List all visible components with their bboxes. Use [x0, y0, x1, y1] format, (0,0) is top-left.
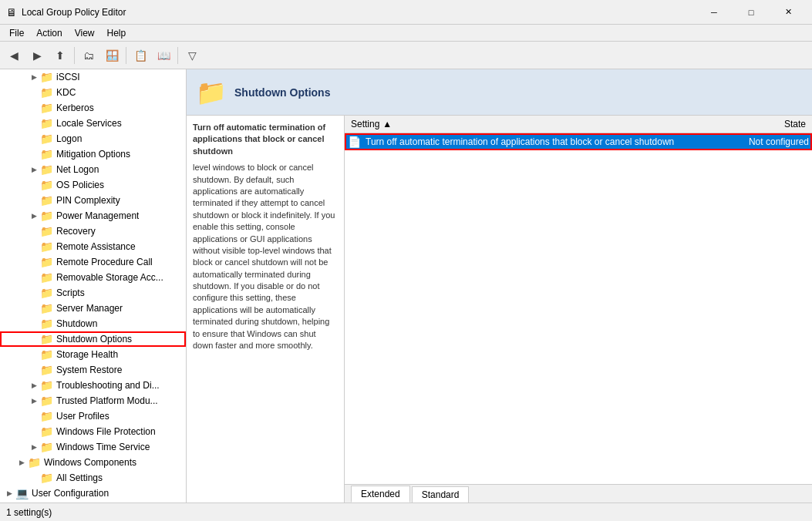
expand-placeholder — [28, 271, 40, 284]
settings-row[interactable]: 📄 Turn off automatic termination of appl… — [345, 133, 812, 150]
menu-view[interactable]: View — [69, 26, 101, 40]
expand-icon[interactable]: ▶ — [15, 456, 28, 469]
status-bar: 1 setting(s) — [0, 503, 812, 521]
folder-icon: 📁 — [40, 102, 53, 114]
tree-item[interactable]: 📁Kerberos — [0, 100, 186, 116]
status-text: 1 setting(s) — [6, 507, 52, 518]
tree-panel[interactable]: ▶📁iSCSI📁KDC📁Kerberos📁Locale Services📁Log… — [0, 69, 187, 503]
tree-item[interactable]: 📁Remote Procedure Call — [0, 254, 186, 270]
expand-placeholder — [28, 425, 40, 438]
folder-icon: 📁 — [40, 441, 53, 453]
expand-icon[interactable]: ▶ — [28, 210, 40, 222]
tree-item[interactable]: 📁Shutdown Options — [0, 331, 186, 347]
folder-icon: 📁 — [40, 256, 53, 268]
tree-item[interactable]: ▶📁Trusted Platform Modu... — [0, 393, 186, 408]
close-button[interactable]: ✕ — [770, 0, 806, 25]
expand-icon[interactable]: ▶ — [3, 487, 15, 499]
expand-placeholder — [28, 318, 40, 330]
settings-table[interactable]: Setting ▲ State 📄 Turn off automatic ter… — [345, 116, 812, 484]
back-button[interactable]: ◀ — [3, 45, 25, 66]
tree-item[interactable]: 📁KDC — [0, 85, 186, 100]
tree-item-label: All Settings — [56, 472, 103, 483]
expand-icon[interactable]: ▶ — [28, 441, 40, 453]
tree-item[interactable]: 📁Shutdown — [0, 316, 186, 331]
folder-icon: 📁 — [40, 425, 53, 438]
tab-extended[interactable]: Extended — [351, 486, 410, 503]
tree-item[interactable]: ▶📁Power Management — [0, 208, 186, 224]
tree-item[interactable]: 📁Server Manager — [0, 301, 186, 316]
tree-item[interactable]: 📁Recovery — [0, 224, 186, 239]
tree-item-label: PIN Complexity — [56, 195, 120, 206]
expand-placeholder — [28, 240, 40, 253]
folder-icon: 📁 — [40, 364, 53, 376]
right-panel: 📁 Shutdown Options Turn off automatic te… — [187, 69, 812, 503]
new-window-button[interactable]: 🪟 — [101, 45, 123, 66]
tree-item[interactable]: ▶📁iSCSI — [0, 69, 186, 85]
tree-item[interactable]: 📁PIN Complexity — [0, 193, 186, 208]
expand-icon[interactable]: ▶ — [28, 395, 40, 407]
up-button[interactable]: ⬆ — [49, 45, 71, 66]
menu-help[interactable]: Help — [101, 26, 133, 40]
minimize-button[interactable]: ─ — [696, 0, 732, 25]
help-button[interactable]: 📖 — [153, 45, 174, 66]
desc-body: level windows to block or cancel shutdow… — [193, 162, 338, 351]
tree-item[interactable]: 📁OS Policies — [0, 177, 186, 193]
tree-item[interactable]: ▶📁Net Logon — [0, 162, 186, 177]
expand-placeholder — [28, 410, 40, 422]
tree-item[interactable]: ▶📁Software Settings — [0, 501, 186, 503]
folder-icon: 📁 — [40, 302, 53, 314]
expand-placeholder — [28, 333, 40, 345]
menu-action[interactable]: Action — [30, 26, 68, 40]
settings-row-label: Turn off automatic termination of applic… — [366, 136, 716, 147]
tree-item-label: System Restore — [56, 365, 122, 375]
folder-icon: 📁 — [28, 456, 41, 469]
menu-bar: File Action View Help — [0, 25, 812, 42]
tree-item[interactable]: 📁System Restore — [0, 362, 186, 378]
tab-standard[interactable]: Standard — [412, 486, 470, 503]
tree-item-label: Windows Components — [44, 457, 136, 468]
tree-item-label: Kerberos — [56, 103, 94, 113]
tree-item-label: Windows Time Service — [56, 442, 150, 452]
tree-item[interactable]: 📁Locale Services — [0, 116, 186, 131]
tree-item[interactable]: 📁Mitigation Options — [0, 146, 186, 162]
maximize-button[interactable]: □ — [733, 0, 769, 25]
col-state-header: State — [719, 116, 812, 133]
tree-item[interactable]: 📁Logon — [0, 131, 186, 146]
settings-row-icon: 📄 — [348, 136, 361, 148]
expand-icon[interactable]: ▶ — [28, 71, 40, 83]
show-hide-button[interactable]: 🗂 — [78, 45, 99, 66]
tree-item-label: Remote Procedure Call — [56, 257, 153, 267]
tree-item-label: OS Policies — [56, 180, 104, 190]
tree-item-label: Logon — [56, 133, 82, 144]
sort-icon: ▲ — [382, 119, 392, 129]
forward-button[interactable]: ▶ — [26, 45, 48, 66]
col-setting-header[interactable]: Setting ▲ — [345, 116, 719, 133]
tree-item[interactable]: ▶📁Windows Components — [0, 455, 186, 470]
tree-item[interactable]: 📁All Settings — [0, 470, 186, 486]
tree-item[interactable]: ▶📁Troubleshooting and Di... — [0, 378, 186, 393]
tree-item-label: Recovery — [56, 226, 96, 237]
tree-item[interactable]: 📁Scripts — [0, 285, 186, 301]
title-bar: 🖥 Local Group Policy Editor ─ □ ✕ — [0, 0, 812, 25]
expand-icon[interactable]: ▶ — [28, 163, 40, 176]
toolbar-separator-2 — [126, 47, 126, 64]
tree-item-label: Net Logon — [56, 164, 99, 175]
expand-icon[interactable]: ▶ — [28, 379, 40, 392]
menu-file[interactable]: File — [3, 26, 30, 40]
expand-placeholder — [28, 102, 40, 114]
tree-item[interactable]: ▶💻User Configuration — [0, 486, 186, 501]
tree-item[interactable]: 📁User Profiles — [0, 408, 186, 424]
tree-item[interactable]: 📁Remote Assistance — [0, 239, 186, 254]
tree-item-label: Scripts — [56, 287, 85, 298]
tree-item[interactable]: ▶📁Windows Time Service — [0, 439, 186, 455]
folder-icon: 📁 — [40, 71, 53, 83]
filter-button[interactable]: ▽ — [181, 45, 203, 66]
folder-icon: 📁 — [40, 271, 53, 284]
tree-item[interactable]: 📁Removable Storage Acc... — [0, 270, 186, 285]
tree-item[interactable]: 📁Windows File Protection — [0, 424, 186, 439]
properties-button[interactable]: 📋 — [130, 45, 151, 66]
tree-item[interactable]: 📁Storage Health — [0, 347, 186, 362]
expand-placeholder — [28, 133, 40, 145]
folder-icon: 📁 — [40, 210, 53, 222]
tree-item-label: Remote Assistance — [56, 241, 136, 252]
